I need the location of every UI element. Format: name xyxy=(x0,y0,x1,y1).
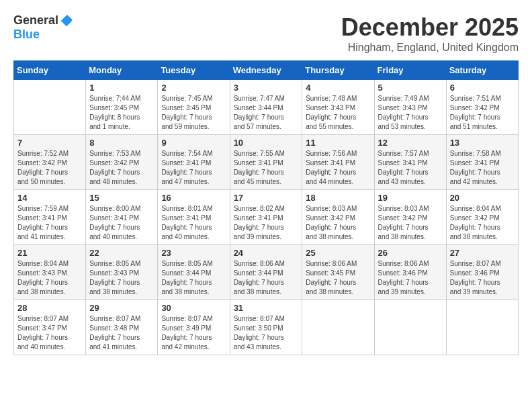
day-info: Sunrise: 7:45 AM Sunset: 3:45 PM Dayligh… xyxy=(161,94,226,132)
day-info: Sunrise: 7:59 AM Sunset: 3:41 PM Dayligh… xyxy=(17,204,82,242)
day-number: 14 xyxy=(17,193,82,203)
day-number: 24 xyxy=(234,248,299,258)
day-number: 16 xyxy=(161,193,226,203)
calendar-cell: 26Sunrise: 8:06 AM Sunset: 3:46 PM Dayli… xyxy=(374,245,446,300)
day-info: Sunrise: 8:07 AM Sunset: 3:47 PM Dayligh… xyxy=(17,314,82,352)
calendar-cell: 18Sunrise: 8:03 AM Sunset: 3:42 PM Dayli… xyxy=(302,190,374,245)
calendar-cell: 28Sunrise: 8:07 AM Sunset: 3:47 PM Dayli… xyxy=(14,300,86,355)
day-number: 3 xyxy=(234,83,299,93)
calendar-cell: 27Sunrise: 8:07 AM Sunset: 3:46 PM Dayli… xyxy=(446,245,518,300)
calendar-cell: 29Sunrise: 8:07 AM Sunset: 3:48 PM Dayli… xyxy=(86,300,158,355)
day-info: Sunrise: 7:48 AM Sunset: 3:43 PM Dayligh… xyxy=(306,94,370,132)
day-info: Sunrise: 7:44 AM Sunset: 3:45 PM Dayligh… xyxy=(89,94,154,132)
day-info: Sunrise: 7:56 AM Sunset: 3:41 PM Dayligh… xyxy=(306,149,370,187)
calendar-cell: 6Sunrise: 7:51 AM Sunset: 3:42 PM Daylig… xyxy=(446,80,518,135)
calendar-cell: 12Sunrise: 7:57 AM Sunset: 3:41 PM Dayli… xyxy=(374,135,446,190)
day-info: Sunrise: 7:54 AM Sunset: 3:41 PM Dayligh… xyxy=(161,149,226,187)
day-number: 13 xyxy=(450,138,515,148)
calendar-cell: 15Sunrise: 8:00 AM Sunset: 3:41 PM Dayli… xyxy=(86,190,158,245)
calendar-cell: 1Sunrise: 7:44 AM Sunset: 3:45 PM Daylig… xyxy=(86,80,158,135)
day-info: Sunrise: 8:00 AM Sunset: 3:41 PM Dayligh… xyxy=(89,204,154,242)
day-info: Sunrise: 7:52 AM Sunset: 3:42 PM Dayligh… xyxy=(17,149,82,187)
calendar-cell: 7Sunrise: 7:52 AM Sunset: 3:42 PM Daylig… xyxy=(14,135,86,190)
calendar-cell: 2Sunrise: 7:45 AM Sunset: 3:45 PM Daylig… xyxy=(158,80,230,135)
calendar-week-row: 7Sunrise: 7:52 AM Sunset: 3:42 PM Daylig… xyxy=(14,135,519,190)
day-info: Sunrise: 8:06 AM Sunset: 3:44 PM Dayligh… xyxy=(234,259,299,297)
calendar-header-monday: Monday xyxy=(86,61,158,80)
day-number: 1 xyxy=(89,83,154,93)
logo-icon xyxy=(60,14,73,28)
logo-blue-text: Blue xyxy=(13,28,40,42)
calendar-cell: 22Sunrise: 8:05 AM Sunset: 3:43 PM Dayli… xyxy=(86,245,158,300)
calendar-cell: 16Sunrise: 8:01 AM Sunset: 3:41 PM Dayli… xyxy=(158,190,230,245)
page-header: General Blue December 2025 Hingham, Engl… xyxy=(13,13,519,54)
calendar-cell: 17Sunrise: 8:02 AM Sunset: 3:41 PM Dayli… xyxy=(230,190,302,245)
calendar-cell: 14Sunrise: 7:59 AM Sunset: 3:41 PM Dayli… xyxy=(14,190,86,245)
calendar-table: SundayMondayTuesdayWednesdayThursdayFrid… xyxy=(13,60,519,355)
calendar-cell: 23Sunrise: 8:05 AM Sunset: 3:44 PM Dayli… xyxy=(158,245,230,300)
calendar-header-sunday: Sunday xyxy=(14,61,86,80)
calendar-cell: 19Sunrise: 8:03 AM Sunset: 3:42 PM Dayli… xyxy=(374,190,446,245)
calendar-header-tuesday: Tuesday xyxy=(158,61,230,80)
day-number: 30 xyxy=(161,303,226,313)
svg-marker-0 xyxy=(61,15,73,26)
calendar-cell: 11Sunrise: 7:56 AM Sunset: 3:41 PM Dayli… xyxy=(302,135,374,190)
day-info: Sunrise: 8:05 AM Sunset: 3:44 PM Dayligh… xyxy=(161,259,226,297)
calendar-cell xyxy=(374,300,446,355)
calendar-cell: 24Sunrise: 8:06 AM Sunset: 3:44 PM Dayli… xyxy=(230,245,302,300)
day-number: 28 xyxy=(17,303,82,313)
day-number: 10 xyxy=(234,138,299,148)
day-info: Sunrise: 7:47 AM Sunset: 3:44 PM Dayligh… xyxy=(234,94,299,132)
month-title: December 2025 xyxy=(341,13,519,42)
calendar-cell: 4Sunrise: 7:48 AM Sunset: 3:43 PM Daylig… xyxy=(302,80,374,135)
day-info: Sunrise: 7:55 AM Sunset: 3:41 PM Dayligh… xyxy=(234,149,299,187)
day-number: 26 xyxy=(378,248,443,258)
day-info: Sunrise: 8:07 AM Sunset: 3:50 PM Dayligh… xyxy=(234,314,299,352)
day-info: Sunrise: 8:02 AM Sunset: 3:41 PM Dayligh… xyxy=(234,204,299,242)
day-info: Sunrise: 8:07 AM Sunset: 3:46 PM Dayligh… xyxy=(450,259,515,297)
calendar-cell: 8Sunrise: 7:53 AM Sunset: 3:42 PM Daylig… xyxy=(86,135,158,190)
calendar-header-wednesday: Wednesday xyxy=(230,61,302,80)
calendar-header-row: SundayMondayTuesdayWednesdayThursdayFrid… xyxy=(14,61,519,80)
day-info: Sunrise: 8:07 AM Sunset: 3:49 PM Dayligh… xyxy=(161,314,226,352)
logo-general-text: General xyxy=(13,13,58,28)
calendar-cell xyxy=(302,300,374,355)
day-number: 22 xyxy=(89,248,154,258)
calendar-cell: 25Sunrise: 8:06 AM Sunset: 3:45 PM Dayli… xyxy=(302,245,374,300)
calendar-week-row: 1Sunrise: 7:44 AM Sunset: 3:45 PM Daylig… xyxy=(14,80,519,135)
title-section: December 2025 Hingham, England, United K… xyxy=(341,13,519,54)
day-number: 31 xyxy=(234,303,299,313)
day-info: Sunrise: 8:06 AM Sunset: 3:45 PM Dayligh… xyxy=(306,259,370,297)
day-number: 5 xyxy=(378,83,443,93)
location-text: Hingham, England, United Kingdom xyxy=(341,42,519,54)
day-info: Sunrise: 7:58 AM Sunset: 3:41 PM Dayligh… xyxy=(450,149,515,187)
day-number: 25 xyxy=(306,248,370,258)
day-number: 11 xyxy=(306,138,370,148)
calendar-cell: 10Sunrise: 7:55 AM Sunset: 3:41 PM Dayli… xyxy=(230,135,302,190)
calendar-week-row: 21Sunrise: 8:04 AM Sunset: 3:43 PM Dayli… xyxy=(14,245,519,300)
day-info: Sunrise: 8:05 AM Sunset: 3:43 PM Dayligh… xyxy=(89,259,154,297)
day-number: 23 xyxy=(161,248,226,258)
calendar-cell xyxy=(446,300,518,355)
day-info: Sunrise: 8:04 AM Sunset: 3:43 PM Dayligh… xyxy=(17,259,82,297)
day-number: 29 xyxy=(89,303,154,313)
day-number: 15 xyxy=(89,193,154,203)
calendar-cell: 3Sunrise: 7:47 AM Sunset: 3:44 PM Daylig… xyxy=(230,80,302,135)
day-number: 18 xyxy=(306,193,370,203)
calendar-header-friday: Friday xyxy=(374,61,446,80)
day-info: Sunrise: 7:49 AM Sunset: 3:43 PM Dayligh… xyxy=(378,94,443,132)
calendar-cell: 9Sunrise: 7:54 AM Sunset: 3:41 PM Daylig… xyxy=(158,135,230,190)
day-number: 6 xyxy=(450,83,515,93)
day-info: Sunrise: 8:04 AM Sunset: 3:42 PM Dayligh… xyxy=(450,204,515,242)
day-info: Sunrise: 8:06 AM Sunset: 3:46 PM Dayligh… xyxy=(378,259,443,297)
calendar-cell: 30Sunrise: 8:07 AM Sunset: 3:49 PM Dayli… xyxy=(158,300,230,355)
day-info: Sunrise: 7:51 AM Sunset: 3:42 PM Dayligh… xyxy=(450,94,515,132)
calendar-cell: 13Sunrise: 7:58 AM Sunset: 3:41 PM Dayli… xyxy=(446,135,518,190)
day-number: 8 xyxy=(89,138,154,148)
calendar-cell: 5Sunrise: 7:49 AM Sunset: 3:43 PM Daylig… xyxy=(374,80,446,135)
calendar-header-saturday: Saturday xyxy=(446,61,518,80)
logo: General Blue xyxy=(13,13,73,42)
day-info: Sunrise: 8:03 AM Sunset: 3:42 PM Dayligh… xyxy=(378,204,443,242)
day-number: 19 xyxy=(378,193,443,203)
day-number: 12 xyxy=(378,138,443,148)
